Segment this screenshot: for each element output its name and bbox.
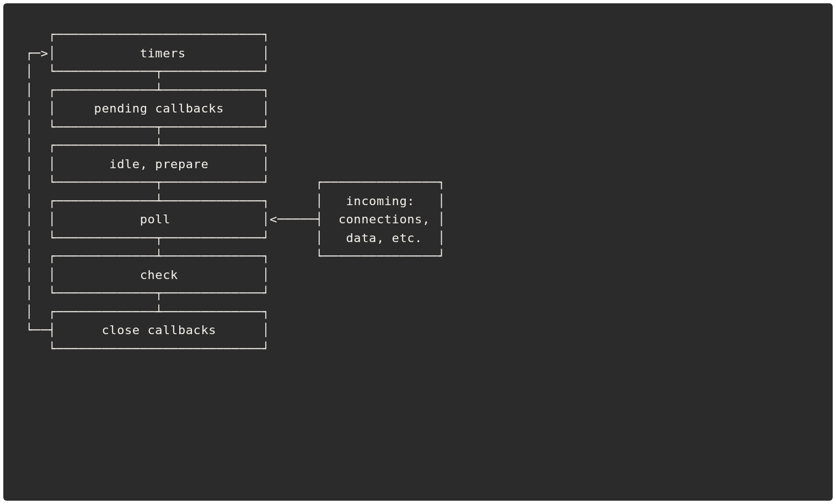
diagram-frame: ┌───────────────────────────┐ ┌─>│ timer… <box>0 0 836 504</box>
event-loop-ascii-diagram: ┌───────────────────────────┐ ┌─>│ timer… <box>25 25 833 358</box>
diagram-canvas: ┌───────────────────────────┐ ┌─>│ timer… <box>3 3 833 501</box>
